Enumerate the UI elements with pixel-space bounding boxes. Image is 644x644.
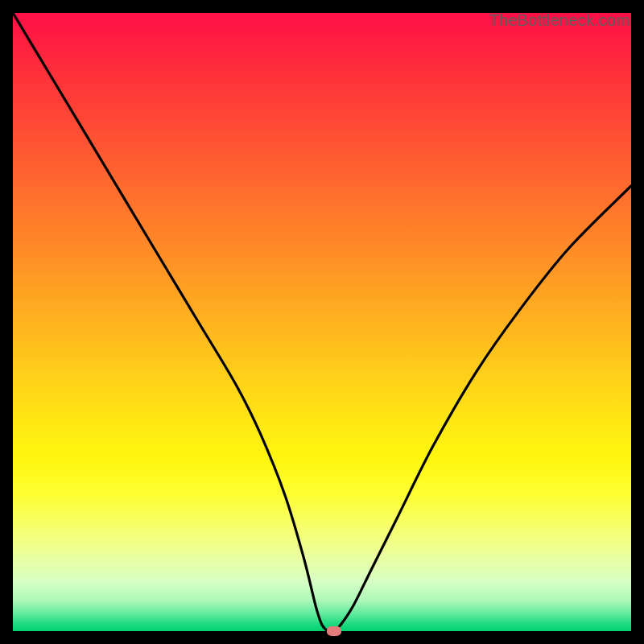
chart-frame: TheBottleneck.com xyxy=(13,13,631,631)
bottleneck-curve xyxy=(13,13,631,631)
watermark-text: TheBottleneck.com xyxy=(489,11,630,30)
optimal-point-marker xyxy=(327,626,341,636)
